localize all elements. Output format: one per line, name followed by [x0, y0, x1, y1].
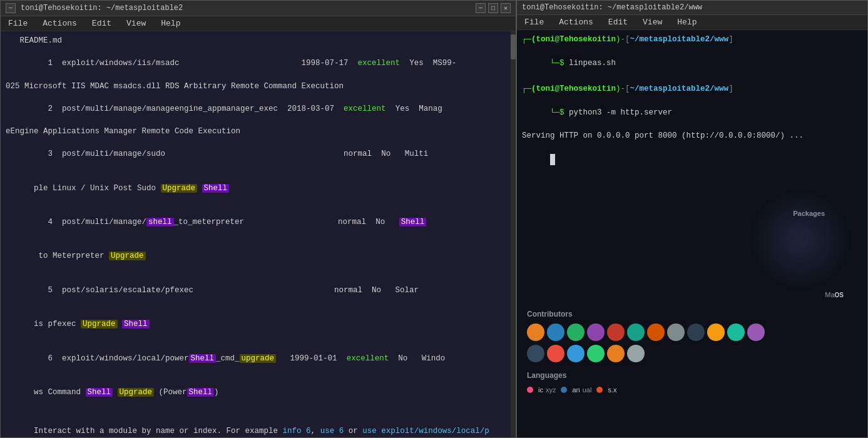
exploit-row-5: 5 post/solaris/escalate/pfexec normal No…	[6, 273, 511, 307]
lang-1: ic xyz	[527, 385, 556, 395]
close-button[interactable]: ✕	[501, 3, 511, 13]
contributors-section: Contributors	[522, 308, 862, 362]
maximize-button[interactable]: □	[488, 3, 498, 13]
avatar-15	[567, 345, 585, 362]
minimize-button[interactable]: ─	[6, 3, 16, 13]
lang-2-percent: ual	[583, 385, 592, 395]
exploit-row-5-desc: is pfexec Upgrade Shell	[6, 307, 511, 341]
exploit-row-3: 3 post/multi/manage/sudo normal No Multi	[6, 137, 511, 171]
python-cmd: python3 -m http.server	[569, 108, 672, 117]
left-terminal[interactable]: ─ toni@Tehosekoitin: ~/metasploitable2 ─…	[0, 0, 516, 438]
lang-2: an ual	[561, 385, 591, 395]
macOS-label: MaOS	[825, 290, 844, 300]
right-menu-bar: File Actions Edit View Help	[517, 15, 867, 30]
menu-actions[interactable]: Actions	[40, 19, 79, 28]
avatar-10	[707, 323, 725, 341]
avatar-14	[547, 345, 564, 362]
right-menu-view[interactable]: View	[640, 18, 665, 27]
languages-title: Languages	[527, 370, 857, 381]
menu-file[interactable]: File	[6, 19, 30, 28]
right-terminal-title: toni@Tehosekoitin: ~/metasploitable2/www	[522, 3, 702, 12]
right-menu-actions[interactable]: Actions	[556, 18, 596, 27]
right-menu-edit[interactable]: Edit	[606, 18, 630, 27]
avatar-6	[627, 323, 645, 341]
avatar-9	[687, 323, 705, 341]
avatar-13	[527, 345, 544, 362]
prompt1-user: (toni	[531, 34, 555, 46]
right-cmd-2: └─$ python3 -m http.server	[522, 95, 862, 130]
packages-label: Packages	[793, 208, 825, 222]
avatar-3	[567, 323, 585, 341]
lang-1-name: ic	[538, 385, 543, 395]
right-terminal-body: ┌─ (toni@Tehosekoitin) -[~/metasploitabl…	[517, 30, 867, 437]
avatar-12	[747, 323, 765, 341]
left-title-bar: ─ toni@Tehosekoitin: ~/metasploitable2 ─…	[1, 1, 516, 16]
interact-help-line: Interact with a module by name or index.…	[6, 414, 511, 437]
right-cmd-1: └─$ linpeas.sh	[522, 46, 862, 81]
exploit-row-2-desc: eEngine Applications Manager Remote Code…	[6, 126, 511, 137]
right-terminal[interactable]: toni@Tehosekoitin: ~/metasploitable2/www…	[516, 0, 868, 438]
languages-section: Languages ic xyz an ual s.x	[522, 370, 862, 395]
right-menu-file[interactable]: File	[522, 18, 546, 27]
avatar-18	[627, 345, 645, 362]
avatar-2	[547, 323, 564, 341]
avatar-1	[527, 323, 544, 341]
exploit-row-1-desc: 025 Microsoft IIS MDAC msadcs.dll RDS Ar…	[6, 81, 511, 92]
lang-1-dot	[527, 387, 533, 393]
contributors-avatars	[527, 323, 857, 341]
linpeas-cmd: linpeas.sh	[569, 59, 616, 68]
avatar-4	[587, 323, 605, 341]
contributors-avatars-2	[527, 345, 857, 362]
prompt2-user: (toni	[531, 83, 555, 95]
exploit-row-1: 1 exploit/windows/iis/msadc 1998-07-17 e…	[6, 46, 511, 80]
avatar-8	[667, 323, 685, 341]
lang-1-percent: xyz	[546, 385, 556, 395]
menu-help[interactable]: Help	[158, 19, 183, 28]
left-terminal-title: toni@Tehosekoitin: ~/metasploitable2	[21, 4, 183, 13]
scrollbar-thumb[interactable]	[511, 34, 516, 59]
exploit-row-4: 4 post/multi/manage/shell_to_meterpreter…	[6, 205, 511, 239]
menu-edit[interactable]: Edit	[89, 19, 114, 28]
avatar-11	[727, 323, 745, 341]
contributors-title: Contributors	[527, 308, 857, 320]
left-menu-bar: File Actions Edit View Help	[1, 16, 516, 31]
avatar-17	[607, 345, 625, 362]
avatar-16	[587, 345, 605, 362]
right-menu-help[interactable]: Help	[675, 18, 699, 27]
minimize-button-right[interactable]: ─	[476, 3, 486, 13]
serving-output: Serving HTTP on 0.0.0.0 port 8000 (http:…	[522, 130, 862, 142]
right-overlay-content: Packages MaOS Contributors	[522, 190, 862, 395]
exploit-row-4-desc: to Meterpreter Upgrade	[6, 239, 511, 273]
right-cursor[interactable]	[522, 142, 862, 177]
left-terminal-body: README.md 1 exploit/windows/iis/msadc 19…	[1, 31, 516, 437]
decorative-circle	[750, 190, 850, 290]
exploit-row-6: 6 exploit/windows/local/powerShell_cmd_u…	[6, 341, 511, 375]
exploit-row-3-desc: ple Linux / Unix Post Sudo Upgrade Shell	[6, 171, 511, 205]
avatar-7	[647, 323, 665, 341]
lang-2-name: an	[572, 385, 580, 395]
exploit-row-2: 2 post/multi/manage/manageengine_appmana…	[6, 92, 511, 126]
readme-line: README.md	[6, 35, 511, 46]
scrollbar-track[interactable]	[511, 31, 516, 437]
lang-3-name: s.x	[608, 385, 616, 395]
right-title-bar: toni@Tehosekoitin: ~/metasploitable2/www	[517, 1, 867, 15]
lang-3-dot	[596, 387, 603, 393]
right-prompt-1: ┌─ (toni@Tehosekoitin) -[~/metasploitabl…	[522, 34, 862, 46]
second-avatar-row	[527, 345, 857, 362]
exploit-row-6-desc: ws Command Shell Upgrade (PowerShell)	[6, 375, 511, 409]
lang-2-dot	[561, 387, 567, 393]
avatar-5	[607, 323, 625, 341]
right-prompt-2: ┌─ (toni@Tehosekoitin) -[~/metasploitabl…	[522, 83, 862, 95]
menu-view[interactable]: View	[124, 19, 148, 28]
github-visual-area: Packages MaOS	[522, 190, 862, 302]
language-items: ic xyz an ual s.x	[527, 385, 857, 395]
lang-3: s.x	[596, 385, 616, 395]
